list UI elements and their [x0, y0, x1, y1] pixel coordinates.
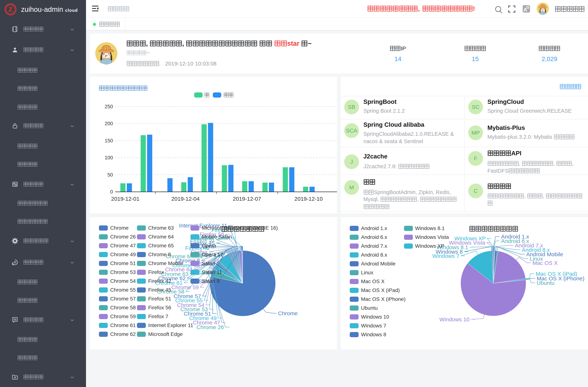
svg-text:Ubuntu: Ubuntu — [537, 280, 555, 286]
svg-text:50: 50 — [107, 172, 113, 178]
svg-text:Chrome: Chrome — [278, 310, 298, 316]
svg-text:2019-12-07: 2019-12-07 — [233, 196, 261, 202]
svg-text:Chrome 26: Chrome 26 — [197, 324, 224, 330]
svg-text:2019-12-10: 2019-12-10 — [294, 196, 323, 202]
svg-text:100: 100 — [105, 155, 113, 161]
svg-text:2019-12-01: 2019-12-01 — [111, 196, 139, 202]
svg-text:Windows 10: Windows 10 — [440, 316, 469, 323]
svg-text:200: 200 — [105, 121, 113, 126]
svg-text:2019-12-04: 2019-12-04 — [171, 196, 200, 202]
svg-text:Mac OS X: Mac OS X — [532, 260, 558, 266]
svg-text:Windows 7: Windows 7 — [432, 253, 459, 259]
svg-text:0: 0 — [110, 189, 113, 195]
svg-text:250: 250 — [105, 104, 113, 109]
svg-text:150: 150 — [105, 138, 113, 143]
